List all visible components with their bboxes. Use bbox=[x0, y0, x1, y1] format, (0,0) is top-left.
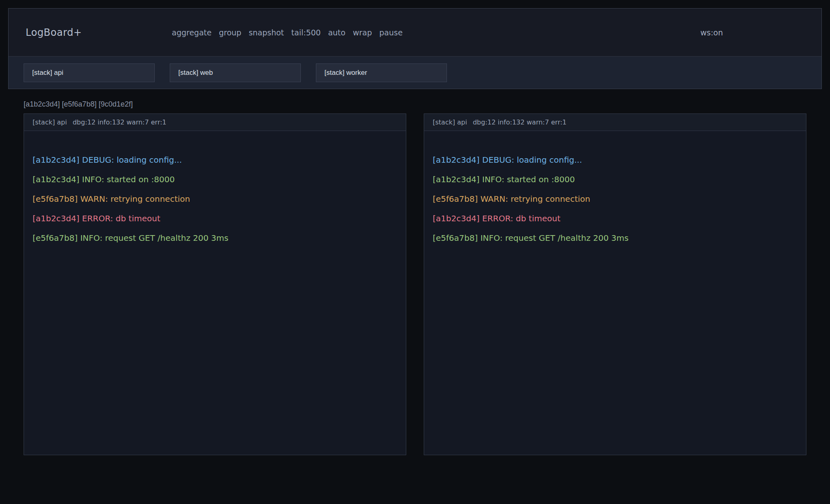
log-line-info: [e5f6a7b8] INFO: request GET /healthz 20… bbox=[33, 228, 398, 248]
toolbar-item-aggregate[interactable]: aggregate bbox=[172, 28, 212, 37]
log-panel-body[interactable]: [a1b2c3d4] DEBUG: loading config...[a1b2… bbox=[24, 131, 406, 455]
toolbar-item-tail-500[interactable]: tail:500 bbox=[291, 28, 321, 37]
log-panel-header: [stack] api dbg:12 info:132 warn:7 err:1 bbox=[24, 114, 406, 131]
panel-stats: dbg:12 info:132 warn:7 err:1 bbox=[473, 118, 566, 126]
log-line-debug: [a1b2c3d4] DEBUG: loading config... bbox=[433, 150, 798, 170]
trace-id-row: [a1b2c3d4] [e5f6a7b8] [9c0d1e2f] bbox=[24, 100, 133, 109]
log-line-info: [a1b2c3d4] INFO: started on :8000 bbox=[433, 170, 798, 189]
log-line-info: [e5f6a7b8] INFO: request GET /healthz 20… bbox=[433, 228, 798, 248]
log-panel-1: [stack] api dbg:12 info:132 warn:7 err:1… bbox=[24, 113, 406, 455]
toolbar-item-wrap[interactable]: wrap bbox=[353, 28, 372, 37]
panel-source-label: [stack] api bbox=[33, 118, 67, 126]
toolbar-item-pause[interactable]: pause bbox=[379, 28, 403, 37]
log-line-warn: [e5f6a7b8] WARN: retrying connection bbox=[433, 189, 798, 209]
panel-stats: dbg:12 info:132 warn:7 err:1 bbox=[72, 118, 166, 126]
toolbar-item-auto[interactable]: auto bbox=[328, 28, 346, 37]
panel-source-label: [stack] api bbox=[433, 118, 467, 126]
filter-bar: [stack] api[stack] web[stack] worker bbox=[9, 56, 821, 89]
stack-filter-chip[interactable]: [stack] api bbox=[24, 63, 155, 82]
log-panel-body[interactable]: [a1b2c3d4] DEBUG: loading config...[a1b2… bbox=[424, 131, 806, 455]
log-line-debug: [a1b2c3d4] DEBUG: loading config... bbox=[33, 150, 398, 170]
toolbar-item-group[interactable]: group bbox=[219, 28, 241, 37]
log-line-error: [a1b2c3d4] ERROR: db timeout bbox=[33, 209, 398, 228]
log-line-error: [a1b2c3d4] ERROR: db timeout bbox=[433, 209, 798, 228]
stack-filter-chip[interactable]: [stack] worker bbox=[316, 63, 447, 82]
log-panels: [stack] api dbg:12 info:132 warn:7 err:1… bbox=[24, 113, 806, 455]
toolbar-menu: aggregategroupsnapshottail:500autowrappa… bbox=[172, 28, 403, 37]
stack-filter-chip[interactable]: [stack] web bbox=[170, 63, 301, 82]
log-line-warn: [e5f6a7b8] WARN: retrying connection bbox=[33, 189, 398, 209]
titlebar: LogBoard+ aggregategroupsnapshottail:500… bbox=[9, 9, 821, 56]
toolbar-item-snapshot[interactable]: snapshot bbox=[249, 28, 284, 37]
app-title: LogBoard+ bbox=[26, 27, 82, 38]
topbar: LogBoard+ aggregategroupsnapshottail:500… bbox=[8, 8, 822, 89]
log-panel-header: [stack] api dbg:12 info:132 warn:7 err:1 bbox=[424, 114, 806, 131]
log-panel-2: [stack] api dbg:12 info:132 warn:7 err:1… bbox=[424, 113, 806, 455]
log-line-info: [a1b2c3d4] INFO: started on :8000 bbox=[33, 170, 398, 189]
ws-status: ws:on bbox=[700, 28, 723, 37]
